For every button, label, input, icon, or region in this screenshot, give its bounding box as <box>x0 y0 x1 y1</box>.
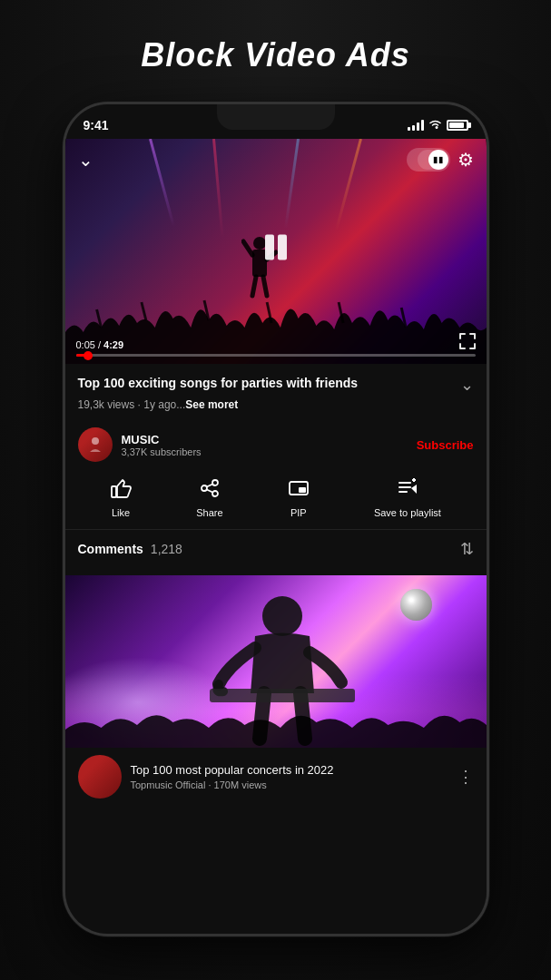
disco-ball <box>400 589 432 621</box>
svg-point-14 <box>92 437 99 445</box>
video-player[interactable]: ⌄ ▮▮ ⚙ <box>65 139 487 364</box>
pip-label: PIP <box>290 507 307 518</box>
like-icon <box>110 478 132 504</box>
save-playlist-icon <box>397 478 418 504</box>
expand-icon[interactable]: ⌄ <box>460 375 474 395</box>
see-more-link[interactable]: See moret <box>185 398 238 411</box>
pip-button[interactable]: PIP <box>288 478 310 518</box>
phone-notch <box>217 104 335 130</box>
svg-marker-26 <box>411 485 417 494</box>
action-row: Like Share <box>65 471 487 530</box>
pause-toggle[interactable]: ▮▮ <box>407 148 450 172</box>
battery-icon <box>447 120 468 131</box>
comments-count: 1,218 <box>151 542 182 556</box>
video-overlay: ⌄ ▮▮ ⚙ <box>65 139 487 364</box>
subscribe-button[interactable]: Subscribe <box>417 438 474 452</box>
svg-rect-23 <box>398 482 411 484</box>
video-title-row: Top 100 exciting songs for parties with … <box>78 375 474 395</box>
phone-content: 9:41 <box>65 104 487 934</box>
comments-label: Comments <box>78 542 143 556</box>
status-time: 9:41 <box>84 118 109 132</box>
video-meta: 19,3k views · 1y ago...See moret <box>78 398 474 411</box>
share-label: Share <box>196 507 222 518</box>
rec-video-info: Top 100 most popular concerts in 2022 To… <box>131 763 448 791</box>
fullscreen-icon[interactable] <box>459 333 476 353</box>
thumbnail-background <box>65 575 487 748</box>
svg-point-16 <box>212 480 218 485</box>
rec-video-title: Top 100 most popular concerts in 2022 <box>131 763 448 779</box>
pause-toggle-circle: ▮▮ <box>428 150 448 170</box>
channel-subscribers: 3,37K subscribers <box>122 446 417 457</box>
status-icons <box>408 119 468 132</box>
save-playlist-label: Save to playlist <box>374 507 441 518</box>
channel-avatar[interactable] <box>78 427 113 462</box>
comments-header: Comments 1,218 ⇅ <box>78 539 474 559</box>
rec-video-meta: Topmusic Official · 170M views <box>131 779 448 790</box>
progress-section: 0:05 / 4:29 <box>65 339 487 364</box>
recommended-video-row[interactable]: Top 100 most popular concerts in 2022 To… <box>65 748 487 806</box>
rec-video-thumbnail <box>78 755 122 799</box>
like-button[interactable]: Like <box>110 478 132 518</box>
svg-rect-30 <box>210 689 355 702</box>
comments-toggle-icon[interactable]: ⇅ <box>460 539 474 559</box>
time-display: 0:05 / 4:29 <box>76 339 476 350</box>
channel-info: MUSIC 3,37K subscribers <box>122 433 417 457</box>
progress-bar[interactable] <box>76 354 476 357</box>
pause-icon: ▮▮ <box>433 155 444 164</box>
svg-line-20 <box>207 490 212 493</box>
share-icon <box>199 478 221 504</box>
svg-point-17 <box>202 485 207 491</box>
svg-rect-12 <box>265 235 274 260</box>
thumbnail-crowd <box>65 702 487 748</box>
signal-icon <box>408 120 424 131</box>
comments-section: Comments 1,218 ⇅ <box>65 530 487 568</box>
chevron-down-icon[interactable]: ⌄ <box>78 149 93 171</box>
svg-rect-15 <box>112 486 116 497</box>
svg-rect-25 <box>398 491 408 493</box>
phone-frame: 9:41 <box>63 102 489 936</box>
svg-rect-13 <box>278 235 287 260</box>
settings-icon[interactable]: ⚙ <box>458 149 474 171</box>
rec-more-icon[interactable]: ⋮ <box>458 767 474 787</box>
channel-row: MUSIC 3,37K subscribers Subscribe <box>78 427 474 462</box>
channel-name: MUSIC <box>122 433 417 446</box>
svg-point-29 <box>262 596 302 636</box>
video-top-right: ▮▮ ⚙ <box>407 148 474 172</box>
svg-rect-22 <box>299 487 306 493</box>
thumbnail-image[interactable] <box>65 575 487 748</box>
video-title: Top 100 exciting songs for parties with … <box>78 375 453 391</box>
pip-icon <box>288 478 310 504</box>
share-button[interactable]: Share <box>196 478 222 518</box>
page-title: Block Video Ads <box>141 36 409 74</box>
svg-line-19 <box>207 485 212 487</box>
svg-point-18 <box>212 491 218 496</box>
save-to-playlist-button[interactable]: Save to playlist <box>374 478 441 518</box>
svg-rect-24 <box>398 486 411 488</box>
progress-dot <box>84 351 93 360</box>
video-info-section: Top 100 exciting songs for parties with … <box>65 364 487 418</box>
wifi-icon <box>428 119 442 132</box>
like-label: Like <box>112 507 130 518</box>
video-top-bar: ⌄ ▮▮ ⚙ <box>65 139 487 181</box>
battery-fill <box>449 122 464 128</box>
center-pause-icon[interactable] <box>256 228 296 276</box>
phone-wrapper: 9:41 <box>63 102 489 936</box>
